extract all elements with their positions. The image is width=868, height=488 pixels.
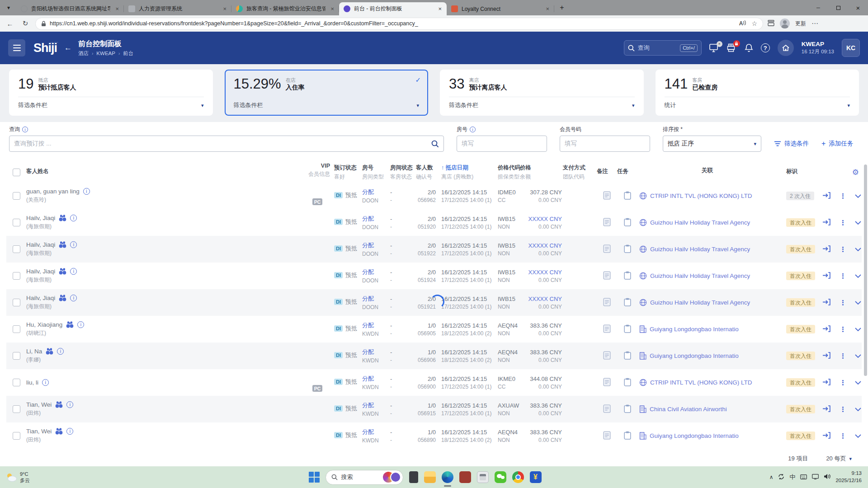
edge-app-icon[interactable] [442,471,453,483]
task-clipboard-icon[interactable] [624,271,631,281]
company-link[interactable]: Guiyang Longdongbao Internatio [650,326,739,333]
note-icon[interactable] [603,244,611,254]
row-checkbox[interactable] [13,299,20,306]
expand-chevron-icon[interactable] [855,272,861,279]
reservation-search-input[interactable]: 查询预订按 ... [9,136,444,152]
wechat-app-icon[interactable] [495,471,506,483]
info-icon[interactable]: i [22,127,28,132]
note-icon[interactable] [603,324,611,334]
tab-close-icon[interactable]: × [437,5,443,12]
room-number-input[interactable]: 填写 [457,136,547,152]
check-in-icon[interactable] [822,378,831,387]
card-filter-dropdown[interactable]: 筛选条件栏▾ [18,97,204,111]
assign-room-link[interactable]: 分配 [362,295,374,302]
column-settings-gear-icon[interactable]: ⚙ [852,168,859,177]
breadcrumb-hotel[interactable]: 酒店 [78,50,89,57]
note-icon[interactable] [603,431,611,441]
table-row[interactable]: Hu, Xiaojiang i (胡晓江) DI预抵 分配 KWDN - - 1… [6,316,862,343]
browser-update-button[interactable]: 更新 [795,20,806,28]
tab-close-icon[interactable]: × [544,5,551,12]
row-checkbox[interactable] [13,272,20,280]
table-row[interactable]: liu, li i PC DI预抵 分配 KWDN - - 2/0 056900… [6,369,862,396]
guest-name[interactable]: Hailv, Jiaqi [26,268,55,275]
guest-name[interactable]: Hu, Xiaojiang [26,321,62,328]
stat-card[interactable]: 19抵店预计抵店客人筛选条件栏▾ [9,70,213,116]
table-row[interactable]: Tian, Wei i (田炜) DI预抵 分配 KWDN - - 1/0 05… [6,396,862,422]
tab-close-icon[interactable]: × [222,5,228,12]
more-actions-icon[interactable]: ⋮ [840,192,846,200]
check-in-icon[interactable] [822,405,831,414]
more-actions-icon[interactable]: ⋮ [840,325,846,333]
hidden-icons-chevron[interactable]: ∧ [769,474,774,480]
column-header[interactable]: 支付方式团队代码 [563,164,597,181]
assign-room-link[interactable]: 分配 [362,348,374,355]
row-checkbox[interactable] [13,379,20,386]
cashier-icon[interactable] [727,43,737,52]
table-row[interactable]: Hailv, Jiaqi i (海旅假期) DI预抵 分配 DOON - - 2… [6,289,862,316]
stat-card[interactable]: 15.29%在店入住率✓筛选条件栏▾ [225,70,429,116]
guest-name[interactable]: Tian, Wei [26,428,52,435]
guest-name[interactable]: Tian, Wei [26,401,52,408]
stat-card[interactable]: 141客房已检查房统计▾ [656,70,859,116]
expand-chevron-icon[interactable] [855,192,861,199]
expand-chevron-icon[interactable] [855,432,861,439]
tab-search-icon[interactable]: ▾ [3,2,14,14]
info-icon[interactable]: i [77,321,84,328]
info-icon[interactable]: i [66,401,73,408]
page-size-select[interactable]: 20 每页 ▾ [826,455,852,463]
ime-keyboard-icon[interactable] [800,474,807,481]
assign-room-link[interactable]: 分配 [362,268,374,275]
info-icon[interactable]: i [70,215,77,221]
column-header[interactable]: 备注 [597,168,617,177]
check-in-icon[interactable] [822,432,831,441]
column-header[interactable]: 客人姓名 [26,168,305,177]
note-icon[interactable] [603,298,611,308]
window-close-button[interactable]: × [848,0,868,15]
more-actions-icon[interactable]: ⋮ [840,219,846,227]
row-checkbox[interactable] [13,352,20,360]
property-info[interactable]: KWEAP 16 12月 09:13 [802,41,834,55]
global-search-input[interactable]: 查询 Ctrl+/ [624,40,702,56]
guest-name[interactable]: Hailv, Jiaqi [26,215,55,221]
info-icon[interactable]: i [42,379,49,386]
task-clipboard-icon[interactable] [624,218,631,228]
task-clipboard-icon[interactable] [624,378,631,388]
cast-display-icon[interactable] [812,474,819,481]
notifications-bell-icon[interactable] [745,43,753,52]
company-link[interactable]: Guizhou Hailv Holiday Travel Agency [650,272,750,279]
expand-chevron-icon[interactable] [855,299,861,306]
check-in-icon[interactable] [822,245,831,254]
guest-name[interactable]: Li, Na [26,348,42,355]
browser-tab[interactable]: 前台 - 前台控制面板× [339,2,447,15]
table-row[interactable]: Li, Na i (李娜) DI预抵 分配 KWDN - - 1/0 05690… [6,343,862,369]
more-actions-icon[interactable]: ⋮ [840,245,846,253]
breadcrumb-frontdesk[interactable]: 前台 [123,50,133,57]
more-actions-icon[interactable]: ⋮ [840,299,846,307]
address-bar[interactable]: https://cn1.web.ep.shiji.world/individua… [35,18,763,30]
expand-chevron-icon[interactable] [855,326,861,333]
taskbar-clock[interactable]: 9:13 2025/12/16 [835,470,862,484]
guest-name[interactable]: Hailv, Jiaqi [26,295,55,301]
row-checkbox[interactable] [13,432,20,440]
info-icon[interactable]: i [70,241,77,248]
table-row[interactable]: Hailv, Jiaqi i (海旅假期) DI预抵 分配 DOON - - 2… [6,236,862,263]
info-icon[interactable]: i [470,127,476,132]
info-icon[interactable]: i [70,268,77,275]
table-row[interactable]: Hailv, Jiaqi i (海旅假期) DI预抵 分配 DOON - - 2… [6,209,862,236]
breadcrumb-property[interactable]: KWEAP [96,51,115,56]
filter-conditions-button[interactable]: 筛选条件 [774,136,809,152]
user-avatar[interactable]: KC [842,39,860,57]
table-row[interactable]: guan, guan yan ling i (关燕玲) PC DI预抵 分配 D… [6,183,862,209]
expand-chevron-icon[interactable] [855,406,861,413]
assign-room-link[interactable]: 分配 [362,242,374,249]
expand-chevron-icon[interactable] [855,246,861,253]
collections-icon[interactable] [768,20,774,28]
info-icon[interactable]: i [83,188,90,195]
check-in-icon[interactable] [822,298,831,307]
card-filter-dropdown[interactable]: 筛选条件栏▾ [234,97,420,111]
column-header[interactable]: 标识 [775,168,811,177]
note-icon[interactable] [603,378,611,388]
check-in-icon[interactable] [822,352,831,361]
file-explorer-app-icon[interactable] [424,471,436,483]
assign-room-link[interactable]: 分配 [362,188,374,195]
